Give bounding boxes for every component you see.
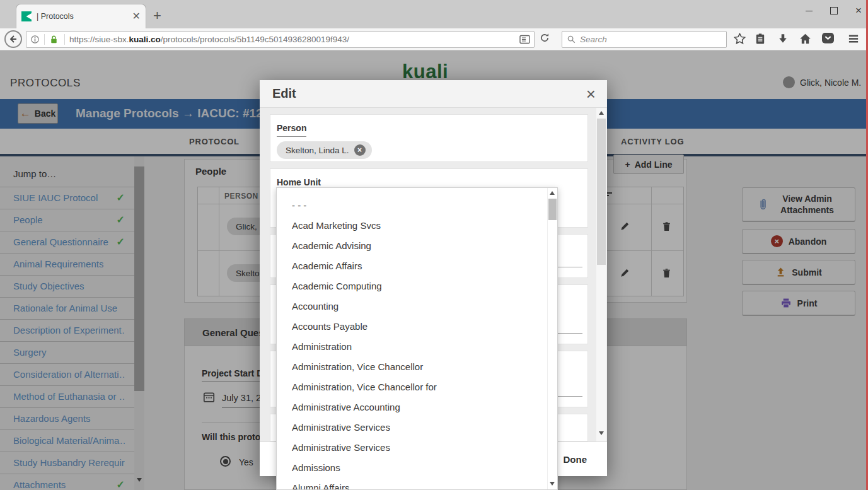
home-unit-option[interactable]: Academic Computing xyxy=(277,276,548,296)
home-unit-option[interactable]: Academic Affairs xyxy=(277,256,548,276)
tab-title: | Protocols xyxy=(37,12,132,21)
reload-icon[interactable] xyxy=(539,32,550,44)
bookmark-star-icon[interactable] xyxy=(734,33,746,45)
bookmarks-clipboard-icon[interactable] xyxy=(755,33,767,45)
modal-scrollbar[interactable] xyxy=(596,108,606,441)
home-unit-option[interactable]: Academic Advising xyxy=(277,236,548,256)
back-arrow-icon xyxy=(8,34,18,44)
screen: | Protocols ✕ + × https://siue-sbx.kuali… xyxy=(0,0,868,490)
search-placeholder: Search xyxy=(580,35,607,44)
home-unit-option[interactable]: Administrative Services xyxy=(277,417,548,438)
kuali-favicon xyxy=(21,11,32,21)
home-unit-listbox: - - -Acad Marketing SvcsAcademic Advisin… xyxy=(277,195,548,490)
pocket-icon[interactable] xyxy=(822,33,835,45)
home-unit-option[interactable]: Accounting xyxy=(277,296,548,317)
downloads-icon[interactable] xyxy=(777,33,790,45)
scroll-up-icon xyxy=(599,111,604,115)
home-unit-option[interactable]: Administrative Accounting xyxy=(277,397,548,417)
divider xyxy=(44,34,45,45)
home-unit-option[interactable]: Administration, Vice Chancellor xyxy=(277,357,548,377)
home-unit-option[interactable]: Administrative Services xyxy=(277,438,548,458)
menu-hamburger-icon[interactable] xyxy=(847,33,860,45)
done-button[interactable]: Done xyxy=(564,454,587,465)
browser-tab[interactable]: | Protocols ✕ xyxy=(16,4,146,28)
search-icon xyxy=(567,35,576,44)
window-close-icon[interactable]: × xyxy=(855,6,862,15)
lock-icon xyxy=(49,35,59,44)
modal-scroll-thumb xyxy=(597,119,606,265)
info-icon[interactable] xyxy=(30,35,40,44)
new-tab-button[interactable]: + xyxy=(153,8,161,24)
reader-mode-icon[interactable] xyxy=(519,35,530,44)
home-unit-dropdown: - - -Acad Marketing SvcsAcademic Advisin… xyxy=(276,187,558,490)
window-controls: × xyxy=(806,3,862,19)
modal-header: Edit × xyxy=(260,80,607,108)
home-unit-option[interactable]: Administration xyxy=(277,337,548,357)
home-unit-option[interactable]: Alumni Affairs xyxy=(277,478,548,490)
remove-chip-icon[interactable]: × xyxy=(354,144,366,156)
home-unit-option[interactable]: Accounts Payable xyxy=(277,317,548,337)
person-label: Person xyxy=(277,123,306,137)
home-unit-option[interactable]: Acad Marketing Svcs xyxy=(277,216,548,236)
dropdown-scroll-thumb xyxy=(548,199,557,220)
search-bar[interactable]: Search xyxy=(562,31,727,48)
dropdown-scrollbar[interactable] xyxy=(547,188,557,489)
modal-title: Edit xyxy=(272,86,296,101)
close-icon[interactable]: × xyxy=(586,88,596,100)
browser-back-button[interactable] xyxy=(4,30,22,48)
url-bar[interactable]: https://siue-sbx.kuali.co/protocols/prot… xyxy=(26,31,535,48)
url-text[interactable]: https://siue-sbx.kuali.co/protocols/prot… xyxy=(69,35,519,44)
minimize-icon[interactable] xyxy=(806,11,813,11)
home-unit-option[interactable]: - - - xyxy=(277,195,548,216)
scroll-up-icon xyxy=(550,191,555,195)
scroll-down-icon xyxy=(599,431,604,435)
person-chip: Skelton, Linda L. × xyxy=(277,141,372,159)
tab-close-icon[interactable]: ✕ xyxy=(132,11,141,21)
divider xyxy=(64,34,65,45)
maximize-icon[interactable] xyxy=(830,7,838,15)
home-unit-option[interactable]: Administration, Vice Chancellor for xyxy=(277,377,548,397)
home-unit-option[interactable]: Admissions xyxy=(277,458,548,478)
scroll-down-icon xyxy=(550,482,555,486)
home-icon[interactable] xyxy=(799,33,812,45)
person-field-card: Person Skelton, Linda L. × xyxy=(270,114,588,162)
